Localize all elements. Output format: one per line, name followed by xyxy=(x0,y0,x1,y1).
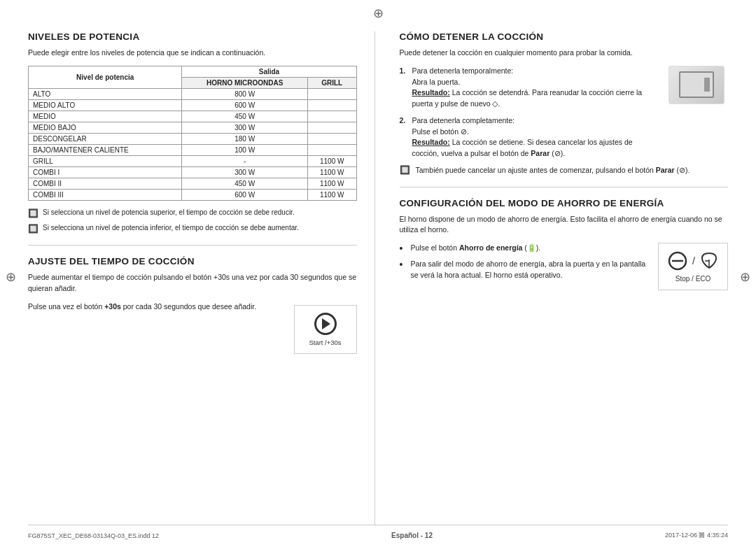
section-power-levels: NIVELES DE POTENCIA Puede elegir entre l… xyxy=(28,31,357,234)
step-1-number: 1. xyxy=(400,66,412,77)
table-row: COMBI I 300 W1100 W xyxy=(29,166,357,178)
page-footer: FG875ST_XEC_DE68-03134Q-03_ES.indd 12 Es… xyxy=(28,525,728,540)
table-cell-microwave: 800 W xyxy=(182,88,307,99)
section-time-adjust: AJUSTE DEL TIEMPO DE COCCIÓN Puede aumen… xyxy=(28,256,357,354)
table-cell-grill xyxy=(307,99,356,111)
table-cell-level: MEDIO ALTO xyxy=(29,99,182,111)
step-2-sub: Pulse el botón ⊘. xyxy=(412,127,659,138)
table-cell-microwave: 600 W xyxy=(182,99,307,111)
result-1-label: Resultado: xyxy=(412,88,450,97)
step-2-number: 2. xyxy=(400,115,412,127)
microwave-image xyxy=(668,66,724,104)
plus30s-bold: +30s xyxy=(104,302,121,311)
section-stop-intro: Puede detener la cocción en cualquier mo… xyxy=(400,48,729,59)
table-cell-level: COMBI II xyxy=(29,178,182,189)
step-1-result: Resultado: La cocción se detendrá. Para … xyxy=(412,87,659,110)
section-eco-mode: CONFIGURACIÓN DEL MODO DE AHORRO DE ENER… xyxy=(400,198,729,291)
ahorro-bold: Ahorro de energía xyxy=(459,243,522,252)
table-note-2-text: Si selecciona un nivel de potencia infer… xyxy=(43,223,299,233)
top-compass-icon: ⊕ xyxy=(373,6,384,21)
stop-note-text: También puede cancelar un ajuste antes d… xyxy=(416,165,690,176)
footer-center: Español - 12 xyxy=(391,532,433,539)
table-cell-grill: 1100 W xyxy=(307,166,356,178)
steps-area: 1. Para detenerla temporalmente: Abra la… xyxy=(400,66,729,165)
step-1-content: Para detenerla temporalmente: Abra la pu… xyxy=(412,66,659,110)
start-arrow-icon xyxy=(322,318,330,329)
table-cell-microwave: 450 W xyxy=(182,178,307,189)
content-area: NIVELES DE POTENCIA Puede elegir entre l… xyxy=(28,31,728,525)
step-2: 2. Para detenerla completamente: Pulse e… xyxy=(400,115,659,159)
start-icon xyxy=(314,313,337,335)
table-cell-microwave: 450 W xyxy=(182,111,307,122)
table-note-1-text: Si selecciona un nivel de potencia super… xyxy=(43,208,295,218)
microwave-image-area xyxy=(665,66,728,108)
left-compass-icon: ⊕ xyxy=(6,269,16,285)
table-cell-level: MEDIO xyxy=(29,111,182,122)
eco-text-area: • Pulse el botón Ahorro de energía (🔋). … xyxy=(400,243,648,285)
start-label: Start /+30s xyxy=(309,339,341,346)
steps-text: 1. Para detenerla temporalmente: Abra la… xyxy=(400,66,659,165)
time-adjust-content: Pulse una vez el botón +30s por cada 30 … xyxy=(28,301,357,354)
table-row: DESCONGELAR 180 W xyxy=(29,133,357,144)
table-col-microwave: HORNO MICROONDAS xyxy=(182,77,307,88)
start-button-image: Start /+30s xyxy=(294,305,357,354)
table-row: GRILL-1100 W xyxy=(29,155,357,166)
table-cell-microwave: - xyxy=(182,155,307,166)
table-col-salida: Salida xyxy=(182,66,356,77)
stop-icon-svg xyxy=(667,250,688,271)
eco-bullet-2-text: Para salir del modo de ahorro de energía… xyxy=(411,259,648,281)
page-container: NIVELES DE POTENCIA Puede elegir entre l… xyxy=(0,0,756,554)
table-row: MEDIO ALTO600 W xyxy=(29,99,357,111)
section-power-intro: Puede elegir entre los niveles de potenc… xyxy=(28,48,357,59)
parar-note-bold: Parar xyxy=(656,166,675,174)
slash-divider: / xyxy=(692,255,695,267)
table-cell-level: COMBI I xyxy=(29,166,182,178)
parar-bold: Parar xyxy=(531,149,550,157)
eco-bullet-1: • Pulse el botón Ahorro de energía (🔋). xyxy=(400,243,648,255)
step-1-text: Para detenerla temporalmente: xyxy=(412,66,659,77)
step-2-content: Para detenerla completamente: Pulse el b… xyxy=(412,115,659,159)
section-power-title: NIVELES DE POTENCIA xyxy=(28,31,357,42)
footer-left: FG875ST_XEC_DE68-03134Q-03_ES.indd 12 xyxy=(28,532,159,539)
table-col-level: Nivel de potencia xyxy=(29,66,182,88)
section-stop-title: CÓMO DETENER LA COCCIÓN xyxy=(400,31,729,42)
note-icon-2: 🔲 xyxy=(28,223,39,235)
table-cell-grill xyxy=(307,144,356,155)
table-row: MEDIO450 W xyxy=(29,111,357,122)
table-cell-microwave: 180 W xyxy=(182,133,307,144)
table-cell-grill: 1100 W xyxy=(307,189,356,200)
table-row: BAJO/MANTENER CALIENTE100 W xyxy=(29,144,357,155)
table-cell-grill xyxy=(307,111,356,122)
stop-note-icon: 🔲 xyxy=(400,165,410,175)
divider-2 xyxy=(400,187,729,187)
bullet-dot-1: • xyxy=(400,243,407,255)
step-2-text: Para detenerla completamente: xyxy=(412,115,659,127)
table-cell-grill xyxy=(307,88,356,99)
power-table: Nivel de potencia Salida HORNO MICROONDA… xyxy=(28,66,357,201)
table-row: MEDIO BAJO300 W xyxy=(29,122,357,133)
stop-eco-icons: / xyxy=(667,250,719,271)
table-cell-level: GRILL xyxy=(29,155,182,166)
right-column: CÓMO DETENER LA COCCIÓN Puede detener la… xyxy=(396,31,729,525)
table-row: COMBI III 600 W1100 W xyxy=(29,189,357,200)
section-eco-title: CONFIGURACIÓN DEL MODO DE AHORRO DE ENER… xyxy=(400,198,729,208)
table-note-1: 🔲 Si selecciona un nivel de potencia sup… xyxy=(28,208,357,220)
divider-1 xyxy=(28,245,357,246)
table-cell-microwave: 300 W xyxy=(182,122,307,133)
time-adjust-body: Pulse una vez el botón +30s por cada 30 … xyxy=(28,301,284,313)
table-cell-microwave: 600 W xyxy=(182,189,307,200)
eco-bullet-2: • Para salir del modo de ahorro de energ… xyxy=(400,259,648,281)
eco-icon-svg xyxy=(699,251,719,271)
section-time-intro: Puede aumentar el tiempo de cocción puls… xyxy=(28,272,357,294)
table-row: ALTO800 W xyxy=(29,88,357,99)
eco-bullet-1-text: Pulse el botón Ahorro de energía (🔋). xyxy=(411,243,541,254)
microwave-door xyxy=(679,71,714,98)
result-2-label: Resultado: xyxy=(412,138,450,146)
step-1: 1. Para detenerla temporalmente: Abra la… xyxy=(400,66,659,110)
table-cell-level: COMBI III xyxy=(29,189,182,200)
table-cell-microwave: 100 W xyxy=(182,144,307,155)
footer-right: 2017-12-06 圖 4:35:24 xyxy=(665,531,728,540)
table-cell-microwave: 300 W xyxy=(182,166,307,178)
table-cell-level: ALTO xyxy=(29,88,182,99)
table-cell-level: BAJO/MANTENER CALIENTE xyxy=(29,144,182,155)
